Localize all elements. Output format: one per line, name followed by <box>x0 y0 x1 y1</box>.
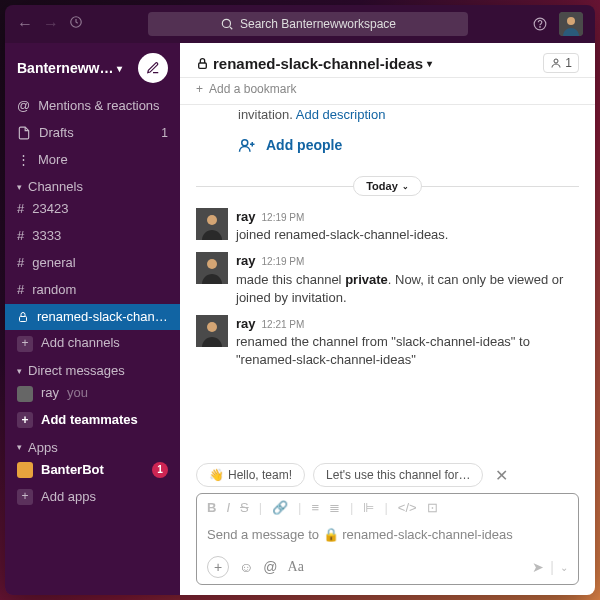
plus-icon: + <box>17 336 33 352</box>
chevron-down-icon: ▾ <box>117 63 122 74</box>
svg-point-9 <box>242 140 248 146</box>
add-people-icon <box>238 136 256 154</box>
user-avatar[interactable] <box>559 12 583 36</box>
send-options-icon[interactable]: ⌄ <box>560 562 568 573</box>
link-icon[interactable]: 🔗 <box>272 500 288 515</box>
channel-item[interactable]: #3333 <box>5 223 180 250</box>
format-icon[interactable]: Aa <box>288 559 304 575</box>
add-bookmark[interactable]: + Add a bookmark <box>180 78 595 105</box>
blockquote-icon[interactable]: ⊫ <box>363 500 374 515</box>
code-icon[interactable]: </> <box>398 500 417 515</box>
strike-icon[interactable]: S <box>240 500 249 515</box>
message-input[interactable]: Send a message to 🔒 renamed-slack-channe… <box>197 521 578 550</box>
add-teammates[interactable]: + Add teammates <box>5 407 180 434</box>
svg-point-5 <box>567 17 575 25</box>
plus-icon: + <box>17 412 33 428</box>
message-user[interactable]: ray <box>236 252 256 270</box>
date-divider: Today ⌄ <box>196 176 579 196</box>
sidebar-item-drafts[interactable]: Drafts 1 <box>5 120 180 147</box>
app-badge: 1 <box>152 462 168 478</box>
attach-button[interactable]: + <box>207 556 229 578</box>
add-people-button[interactable]: Add people <box>196 122 579 168</box>
message-time: 12:21 PM <box>262 318 305 332</box>
at-icon: @ <box>17 96 30 117</box>
svg-rect-7 <box>199 62 207 67</box>
message-user[interactable]: ray <box>236 315 256 333</box>
message-text: joined renamed-slack-channel-ideas. <box>236 226 579 244</box>
back-icon[interactable]: ← <box>17 15 33 33</box>
add-apps[interactable]: + Add apps <box>5 484 180 511</box>
chevron-down-icon: ▾ <box>427 58 432 69</box>
sidebar: Banterneww… ▾ @ Mentions & reactions Dra… <box>5 43 180 595</box>
drafts-icon <box>17 126 31 140</box>
drafts-count: 1 <box>161 124 168 143</box>
channel-item[interactable]: #general <box>5 250 180 277</box>
channel-header: renamed-slack-channel-ideas ▾ 1 <box>180 43 595 78</box>
sidebar-item-more[interactable]: ⋮ More <box>5 147 180 174</box>
message-text: made this channel private. Now, it can o… <box>236 271 579 307</box>
format-toolbar: B I S | 🔗 | ≡ ≣ | ⊫ | </> ⊡ <box>197 494 578 521</box>
sidebar-item-mentions[interactable]: @ Mentions & reactions <box>5 93 180 120</box>
lock-icon <box>196 57 209 70</box>
emoji-icon[interactable]: ☺ <box>239 559 253 575</box>
app-item[interactable]: BanterBot 1 <box>5 457 180 484</box>
svg-point-13 <box>207 259 217 269</box>
message-time: 12:19 PM <box>262 255 305 269</box>
svg-point-11 <box>207 215 217 225</box>
codeblock-icon[interactable]: ⊡ <box>427 500 438 515</box>
workspace-switcher[interactable]: Banterneww… ▾ <box>17 60 122 76</box>
forward-icon[interactable]: → <box>43 15 59 33</box>
italic-icon[interactable]: I <box>226 500 230 515</box>
help-icon[interactable] <box>533 17 547 31</box>
suggestion-chip[interactable]: 👋 Hello, team! <box>196 463 305 487</box>
message-avatar[interactable] <box>196 208 228 240</box>
date-divider-button[interactable]: Today ⌄ <box>353 176 422 196</box>
dm-item[interactable]: ray you <box>5 380 180 407</box>
plus-icon: + <box>17 489 33 505</box>
message-composer: B I S | 🔗 | ≡ ≣ | ⊫ | </> ⊡ Send a <box>196 493 579 585</box>
channels-section[interactable]: ▾ Channels <box>5 173 180 196</box>
dm-section[interactable]: ▾ Direct messages <box>5 357 180 380</box>
person-icon <box>550 57 562 69</box>
svg-point-8 <box>554 59 558 63</box>
channel-title[interactable]: renamed-slack-channel-ideas ▾ <box>196 55 432 72</box>
search-placeholder: Search Banternewworkspace <box>240 17 396 31</box>
members-button[interactable]: 1 <box>543 53 579 73</box>
search-input[interactable]: Search Banternewworkspace <box>148 12 468 36</box>
compose-button[interactable] <box>138 53 168 83</box>
channel-item[interactable]: #random <box>5 277 180 304</box>
message: ray12:21 PM renamed the channel from "sl… <box>196 311 579 374</box>
main-content: renamed-slack-channel-ideas ▾ 1 + Add a … <box>180 43 595 595</box>
message-text: renamed the channel from "slack-channel-… <box>236 333 579 369</box>
more-icon: ⋮ <box>17 150 30 171</box>
svg-point-3 <box>540 27 541 28</box>
mention-icon[interactable]: @ <box>263 559 277 575</box>
message: ray12:19 PM made this channel private. N… <box>196 248 579 311</box>
app-icon <box>17 462 33 478</box>
message-time: 12:19 PM <box>262 211 305 225</box>
apps-section[interactable]: ▾ Apps <box>5 434 180 457</box>
channel-item-active[interactable]: renamed-slack-chan… <box>5 304 180 331</box>
channel-item[interactable]: #23423 <box>5 196 180 223</box>
caret-down-icon: ▾ <box>17 442 22 452</box>
ul-icon[interactable]: ≣ <box>329 500 340 515</box>
message-user[interactable]: ray <box>236 208 256 226</box>
caret-down-icon: ▾ <box>17 366 22 376</box>
svg-rect-6 <box>20 316 27 321</box>
svg-point-15 <box>207 322 217 332</box>
send-button[interactable]: ➤ <box>532 559 544 575</box>
lock-icon <box>17 311 29 323</box>
user-avatar-small <box>17 386 33 402</box>
add-description-link[interactable]: Add description <box>296 107 386 122</box>
add-channels[interactable]: + Add channels <box>5 330 180 357</box>
message: ray12:19 PM joined renamed-slack-channel… <box>196 204 579 248</box>
history-icon[interactable] <box>69 15 83 33</box>
close-suggestions-icon[interactable]: ✕ <box>491 466 512 485</box>
channel-intro: invitation. Add description <box>196 105 579 122</box>
message-avatar[interactable] <box>196 252 228 284</box>
suggestion-chip[interactable]: Let's use this channel for… <box>313 463 483 487</box>
message-avatar[interactable] <box>196 315 228 347</box>
bold-icon[interactable]: B <box>207 500 216 515</box>
message-list: invitation. Add description Add people T… <box>180 105 595 463</box>
ol-icon[interactable]: ≡ <box>311 500 319 515</box>
